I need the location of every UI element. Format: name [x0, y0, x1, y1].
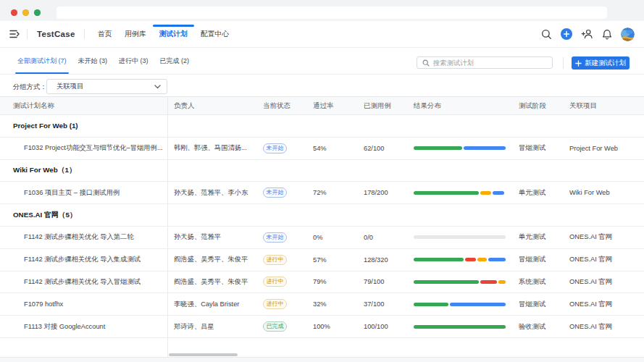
distribution-segment-green [414, 303, 448, 306]
owners-cell: 郑诗诗、吕星 [167, 322, 262, 332]
group-row[interactable]: Project For Web (1) [0, 115, 644, 138]
group-name: Project For Web (1) [0, 122, 167, 130]
notifications-icon[interactable] [602, 29, 612, 40]
distribution-bar [414, 235, 506, 239]
search-icon[interactable] [541, 29, 552, 40]
group-row[interactable]: ONES.AI 官网（5） [0, 204, 644, 227]
table-row[interactable]: F1079 hotfhx李晓强、Cayla Brister进行中32%37/10… [0, 293, 644, 316]
distribution-bar [414, 191, 506, 195]
table-row[interactable]: F1142 测试步骤相关优化 导入冒烟测试阎浩盛、吴秀平、朱俊平进行中79%79… [0, 272, 644, 294]
status-cell: 进行中 [262, 277, 313, 287]
window-close-button[interactable] [11, 9, 17, 16]
plan-name-cell[interactable]: F1142 测试步骤相关优化 导入集成测试 [0, 255, 167, 264]
project-cell: ONES.AI 官网 [569, 277, 644, 287]
stage-cell: 系统测试 [519, 277, 569, 287]
status-badge: 进行中 [263, 255, 287, 265]
distribution-segment-green [414, 280, 479, 284]
tested-cases-cell: 79/100 [364, 278, 413, 285]
group-row[interactable]: Wiki For Web（1） [0, 160, 644, 182]
nav-item-4[interactable]: 配置中心 [194, 21, 235, 48]
table-row[interactable]: F1036 项目主页 – 接口测试用例孙天扬、范雅平、李小东未开始72%178/… [0, 182, 644, 204]
stage-cell: 验收测试 [519, 322, 569, 332]
pass-rate-cell: 100% [313, 323, 364, 330]
group-by-select[interactable]: 关联项目 [46, 79, 167, 94]
owners-cell: 孙天扬、范雅平 [167, 232, 262, 242]
distribution-segment-green [414, 325, 506, 329]
plan-search-box [417, 56, 553, 69]
page-bottom-strip [0, 357, 644, 362]
distribution-segment-green [414, 146, 462, 150]
window-zoom-button[interactable] [34, 9, 41, 16]
table-header: 测试计划名称负责人当前状态通过率已测用例结果分布测试阶段关联项目 [0, 96, 644, 115]
distribution-bar [414, 258, 506, 261]
tab-2[interactable]: 未开始 (3) [77, 48, 109, 74]
status-cell: 未开始 [262, 232, 313, 243]
distribution-cell [413, 325, 519, 329]
browser-address-bar[interactable] [57, 7, 607, 19]
owners-cell: 韩刚、郭强、马国清扬... [167, 143, 262, 153]
project-cell: Wiki For Web [569, 189, 644, 196]
status-badge: 未开始 [263, 188, 287, 198]
add-circle-icon[interactable] [561, 28, 572, 40]
pass-rate-cell: 72% [313, 189, 364, 196]
group-name: ONES.AI 官网（5） [0, 211, 167, 220]
plan-name-cell[interactable]: F1032 Project功能交互与细节优化–冒烟用例... [0, 143, 167, 153]
project-cell: ONES.AI 官网 [569, 322, 644, 332]
sidebar-unfold-button[interactable] [9, 30, 20, 38]
navbar-actions [541, 28, 635, 41]
distribution-bar [414, 146, 506, 150]
navbar-divider [27, 29, 28, 39]
plan-name-cell[interactable]: F1036 项目主页 – 接口测试用例 [0, 188, 167, 198]
distribution-bar [414, 280, 506, 284]
invite-member-icon[interactable] [581, 28, 593, 40]
plan-name-cell[interactable]: F1113 对接 GoogleAccount [0, 322, 167, 332]
distribution-bar [414, 325, 506, 329]
tab-1[interactable]: 全部测试计划 (7) [16, 48, 68, 74]
distribution-cell [413, 280, 519, 284]
stage-cell: 冒烟测试 [519, 255, 569, 264]
pass-rate-cell: 32% [313, 300, 364, 308]
tab-3[interactable]: 进行中 (3) [117, 48, 150, 74]
distribution-cell [413, 258, 519, 261]
distribution-segment-blue [464, 146, 506, 150]
plus-icon [575, 60, 582, 67]
column-header: 关联项目 [569, 101, 644, 111]
navbar-divider [84, 29, 85, 39]
new-test-plan-button[interactable]: 新建测试计划 [572, 56, 630, 70]
avatar[interactable] [621, 28, 635, 41]
column-header: 测试计划名称 [0, 101, 167, 111]
stage-cell: 单元测试 [519, 232, 569, 242]
plan-name-cell[interactable]: F1142 测试步骤相关优化 导入冒烟测试 [0, 277, 167, 287]
tab-4[interactable]: 已完成 (2) [159, 48, 191, 74]
nav-item-3[interactable]: 测试计划 [153, 21, 194, 48]
status-cell: 未开始 [262, 143, 313, 153]
tested-cases-cell: 128/320 [364, 256, 413, 264]
pass-rate-cell: 54% [313, 145, 364, 152]
tested-cases-cell: 37/100 [364, 300, 413, 308]
group-by-value: 关联项目 [57, 82, 83, 91]
table-body: Project For Web (1)F1032 Project功能交互与细节优… [0, 115, 644, 357]
distribution-segment-green [414, 258, 464, 261]
nav-item-2[interactable]: 用例库 [118, 21, 152, 48]
browser-titlebar [0, 0, 644, 21]
window-minimize-button[interactable] [22, 9, 29, 16]
owners-cell: 阎浩盛、吴秀平、朱俊平 [167, 255, 262, 264]
pass-rate-cell: 79% [313, 278, 364, 285]
pass-rate-cell: 0% [313, 234, 364, 241]
horizontal-scrollbar[interactable] [169, 353, 238, 356]
table-row[interactable]: F1113 对接 GoogleAccount郑诗诗、吕星已完成100%100/1… [0, 316, 644, 338]
column-divider [167, 97, 168, 357]
plan-search-input[interactable] [433, 58, 552, 67]
table-row[interactable]: F1142 测试步骤相关优化 导入第二轮孙天扬、范雅平未开始0%0/0单元测试O… [0, 227, 644, 249]
distribution-segment-green [414, 191, 479, 195]
stage-cell: 单元测试 [519, 188, 569, 198]
column-header: 测试阶段 [519, 101, 569, 111]
table-row[interactable]: F1142 测试步骤相关优化 导入集成测试阎浩盛、吴秀平、朱俊平进行中57%12… [0, 249, 644, 272]
plan-name-cell[interactable]: F1079 hotfhx [0, 300, 167, 308]
stage-cell: 冒烟测试 [519, 143, 569, 153]
nav-item-1[interactable]: 首页 [91, 21, 119, 48]
table-row[interactable]: F1032 Project功能交互与细节优化–冒烟用例...韩刚、郭强、马国清扬… [0, 138, 644, 160]
plan-name-cell[interactable]: F1142 测试步骤相关优化 导入第二轮 [0, 232, 167, 242]
app-logo[interactable]: TestCase [37, 30, 75, 38]
distribution-segment-blue [450, 303, 506, 306]
